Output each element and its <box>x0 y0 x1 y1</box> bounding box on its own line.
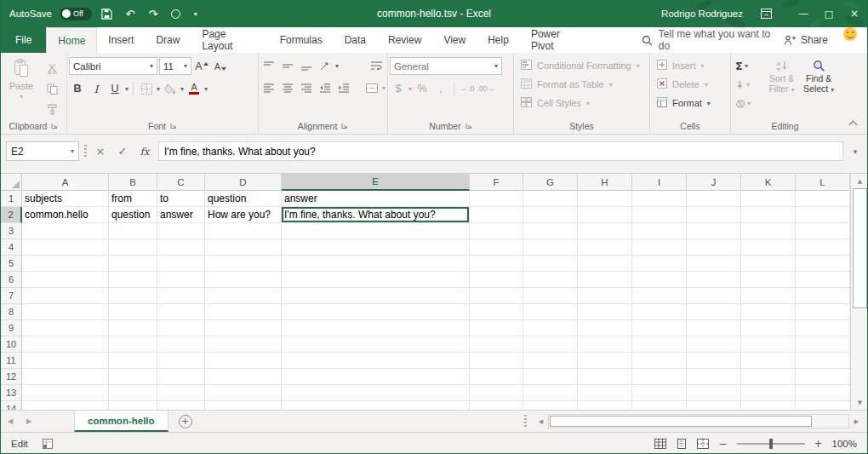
column-header-C[interactable]: C <box>157 174 205 191</box>
font-name-select[interactable]: Calibri▾ <box>69 57 157 75</box>
vscroll-thumb[interactable] <box>853 188 867 308</box>
decrease-indent-icon[interactable] <box>317 79 334 96</box>
sheet-nav-right-icon[interactable]: ▶ <box>20 411 38 432</box>
borders-icon[interactable] <box>138 80 155 97</box>
cell-I8[interactable] <box>632 304 687 320</box>
cell-F1[interactable] <box>470 191 523 207</box>
cell-K4[interactable] <box>741 239 796 256</box>
underline-button[interactable]: U <box>106 80 123 97</box>
find-select-button[interactable]: Find & Select ▾ <box>800 55 837 118</box>
customize-quick-access-icon[interactable]: ▾ <box>191 6 200 21</box>
cell-F9[interactable] <box>470 320 523 336</box>
cell-B9[interactable] <box>109 320 157 336</box>
align-right-icon[interactable] <box>298 79 315 96</box>
percent-style-icon[interactable]: % <box>414 80 431 97</box>
cell-F12[interactable] <box>470 369 523 385</box>
cell-D9[interactable] <box>205 320 282 336</box>
cell-B7[interactable] <box>109 288 157 304</box>
tab-review[interactable]: Review <box>377 27 432 53</box>
row-header-8[interactable]: 8 <box>1 304 22 320</box>
align-center-icon[interactable] <box>279 79 296 96</box>
cell-K6[interactable] <box>741 272 796 288</box>
cell-H14[interactable] <box>578 401 632 410</box>
cell-E5[interactable] <box>282 256 470 272</box>
cell-D14[interactable] <box>205 401 282 410</box>
middle-align-icon[interactable] <box>279 57 296 74</box>
cell-L8[interactable] <box>796 304 850 320</box>
cut-icon[interactable] <box>43 60 60 77</box>
delete-cells-button[interactable]: Delete ▾ <box>652 75 728 94</box>
row-header-10[interactable]: 10 <box>1 336 22 353</box>
cell-J6[interactable] <box>687 272 741 288</box>
cell-E13[interactable] <box>282 385 470 401</box>
cell-J1[interactable] <box>687 191 741 207</box>
cell-H6[interactable] <box>578 272 632 288</box>
select-all-corner[interactable] <box>1 174 22 191</box>
column-header-L[interactable]: L <box>796 174 850 191</box>
cell-B3[interactable] <box>109 223 157 239</box>
cell-L7[interactable] <box>796 288 850 304</box>
cell-A6[interactable] <box>22 272 109 288</box>
cell-B6[interactable] <box>109 272 157 288</box>
formula-bar-expand-icon[interactable]: ▾ <box>848 147 862 156</box>
maximize-button[interactable]: □ <box>816 0 842 27</box>
cell-D5[interactable] <box>205 256 282 272</box>
cell-D3[interactable] <box>205 223 282 239</box>
cell-K2[interactable] <box>741 207 796 223</box>
cell-K5[interactable] <box>741 256 796 272</box>
bold-button[interactable]: B <box>69 80 86 97</box>
insert-cells-button[interactable]: Insert ▾ <box>652 56 728 75</box>
feedback-smiley-icon[interactable] <box>843 27 857 41</box>
cell-I9[interactable] <box>632 320 687 336</box>
cell-I14[interactable] <box>632 401 687 410</box>
align-left-icon[interactable] <box>260 79 277 96</box>
merge-center-dropdown-icon[interactable]: ▾ <box>382 84 385 92</box>
name-box[interactable]: E2 ▾ <box>6 141 79 161</box>
cell-L4[interactable] <box>796 239 850 256</box>
cell-H2[interactable] <box>578 207 632 223</box>
cell-J4[interactable] <box>687 239 741 256</box>
cell-J12[interactable] <box>687 369 741 385</box>
cell-E10[interactable] <box>282 336 470 353</box>
cell-F6[interactable] <box>470 272 523 288</box>
cell-K11[interactable] <box>741 353 796 369</box>
cell-I6[interactable] <box>632 272 687 288</box>
cell-G6[interactable] <box>523 272 578 288</box>
cell-A7[interactable] <box>22 288 109 304</box>
cell-B11[interactable] <box>109 353 157 369</box>
paste-button[interactable]: Paste ▾ <box>3 55 40 118</box>
hscroll-thumb[interactable] <box>550 416 812 427</box>
cell-F13[interactable] <box>470 385 523 401</box>
font-dialog-launcher-icon[interactable] <box>170 121 177 131</box>
cell-A10[interactable] <box>22 336 109 353</box>
cell-E8[interactable] <box>282 304 470 320</box>
zoom-percent[interactable]: 100% <box>832 439 857 449</box>
column-header-B[interactable]: B <box>109 174 157 191</box>
undo-icon[interactable]: ↶ <box>123 6 138 21</box>
row-header-6[interactable]: 6 <box>1 272 22 288</box>
cell-D12[interactable] <box>205 369 282 385</box>
hscroll-track[interactable] <box>548 414 849 428</box>
tab-insert[interactable]: Insert <box>97 27 145 53</box>
cell-J3[interactable] <box>687 223 741 239</box>
bottom-align-icon[interactable] <box>298 57 315 74</box>
cell-C10[interactable] <box>157 336 205 353</box>
orientation-icon[interactable] <box>317 57 334 74</box>
page-break-view-icon[interactable] <box>697 439 709 449</box>
scroll-down-icon[interactable]: ▼ <box>851 395 867 410</box>
cell-B5[interactable] <box>109 256 157 272</box>
cell-F2[interactable] <box>470 207 523 223</box>
cell-L12[interactable] <box>796 369 850 385</box>
cell-C14[interactable] <box>157 401 205 410</box>
cell-L3[interactable] <box>796 223 850 239</box>
cell-K14[interactable] <box>741 401 796 410</box>
cell-H12[interactable] <box>578 369 632 385</box>
accounting-dropdown-icon[interactable]: ▾ <box>408 85 412 93</box>
cell-B8[interactable] <box>109 304 157 320</box>
normal-view-icon[interactable] <box>654 439 666 449</box>
row-header-4[interactable]: 4 <box>1 239 22 256</box>
tab-home[interactable]: Home <box>46 27 97 53</box>
cell-A14[interactable] <box>22 401 109 410</box>
cell-F11[interactable] <box>470 353 523 369</box>
cell-I13[interactable] <box>632 385 687 401</box>
